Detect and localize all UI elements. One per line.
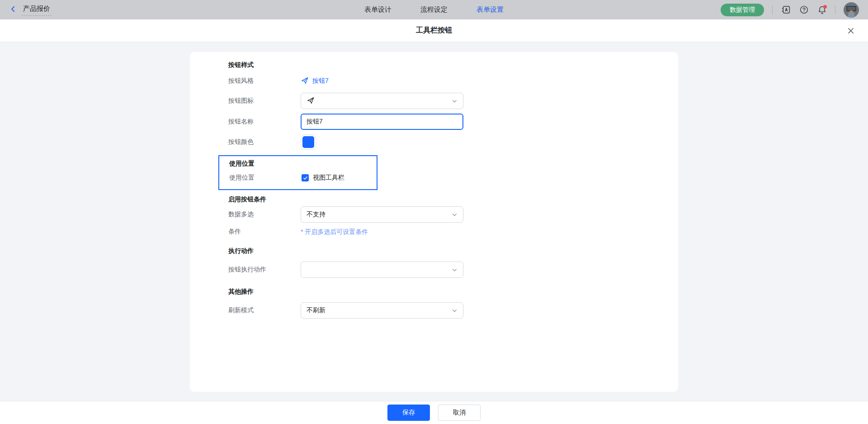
- modal-title: 工具栏按钮: [416, 26, 452, 35]
- row-condition: 条件 * 开启多选后可设置条件: [228, 226, 678, 237]
- tab-form-design[interactable]: 表单设计: [364, 5, 392, 14]
- field-label: 使用位置: [229, 174, 302, 182]
- button-style-link-label: 按钮7: [312, 77, 329, 85]
- section-heading-other: 其他操作: [228, 288, 678, 295]
- back-button[interactable]: [9, 5, 17, 14]
- field-label: 条件: [228, 228, 301, 236]
- chevron-down-icon: [452, 308, 458, 314]
- modal-footer: 保存 取消: [0, 401, 868, 424]
- tab-flow-setting[interactable]: 流程设定: [420, 5, 448, 14]
- cancel-button[interactable]: 取消: [438, 405, 481, 421]
- condition-hint: * 开启多选后可设置条件: [301, 226, 368, 237]
- topbar-tabs: 表单设计 流程设定 表单设置: [364, 0, 504, 19]
- help-icon[interactable]: [799, 5, 809, 15]
- row-button-name: 按钮名称: [228, 114, 678, 130]
- field-label: 按钮颜色: [228, 138, 301, 146]
- field-label: 按钮图标: [228, 97, 301, 105]
- row-button-action: 按钮执行动作: [228, 262, 678, 278]
- contacts-icon[interactable]: [781, 5, 791, 15]
- refresh-mode-dropdown[interactable]: 不刷新: [301, 302, 463, 319]
- divider: [835, 5, 835, 14]
- chevron-down-icon: [452, 267, 458, 273]
- section-heading-button-style: 按钮样式: [228, 61, 678, 68]
- close-icon[interactable]: [845, 25, 856, 36]
- paper-plane-icon: [307, 96, 315, 106]
- checkbox-label: 视图工具栏: [313, 174, 344, 182]
- modal-header: 工具栏按钮: [0, 19, 868, 42]
- button-style-link[interactable]: 按钮7: [301, 76, 329, 86]
- button-action-dropdown[interactable]: [301, 262, 463, 278]
- avatar[interactable]: [844, 2, 859, 18]
- row-button-style: 按钮风格 按钮7: [228, 76, 678, 86]
- field-label: 数据多选: [228, 210, 301, 219]
- color-swatch: [302, 136, 314, 148]
- chevron-left-icon: [9, 5, 17, 14]
- save-button[interactable]: 保存: [387, 405, 430, 421]
- row-button-icon: 按钮图标: [228, 93, 678, 109]
- chevron-down-icon: [452, 98, 458, 104]
- row-usage-position: 使用位置 视图工具栏: [229, 172, 377, 183]
- section-heading-enable-condition: 启用按钮条件: [228, 195, 678, 203]
- data-manage-button[interactable]: 数据管理: [721, 4, 764, 16]
- field-label: 按钮名称: [228, 118, 301, 126]
- settings-card: 按钮样式 按钮风格 按钮7 按钮图标 按钮名称: [190, 52, 678, 392]
- field-label: 刷新模式: [228, 306, 301, 314]
- chevron-down-icon: [452, 212, 458, 218]
- document-title[interactable]: 产品报价: [22, 4, 52, 16]
- row-refresh-mode: 刷新模式 不刷新: [228, 302, 678, 319]
- modal-body: 按钮样式 按钮风格 按钮7 按钮图标 按钮名称: [0, 42, 868, 401]
- selected-value: 不刷新: [307, 306, 326, 314]
- multi-select-dropdown[interactable]: 不支持: [301, 206, 463, 223]
- tab-form-settings[interactable]: 表单设置: [476, 5, 504, 14]
- row-multi-select: 数据多选 不支持: [228, 206, 678, 223]
- row-button-color: 按钮颜色: [228, 134, 678, 150]
- bell-icon[interactable]: [817, 5, 827, 15]
- section-heading-action: 执行动作: [228, 247, 678, 254]
- button-color-picker[interactable]: [301, 134, 316, 150]
- field-label: 按钮风格: [228, 77, 301, 85]
- paper-plane-icon: [301, 76, 309, 86]
- divider: [772, 5, 773, 14]
- usage-position-highlight-box: 使用位置 使用位置 视图工具栏: [218, 155, 377, 190]
- section-heading-usage-position: 使用位置: [229, 160, 377, 167]
- view-toolbar-checkbox[interactable]: [302, 174, 309, 181]
- field-label: 按钮执行动作: [228, 266, 301, 274]
- topbar: 产品报价 表单设计 流程设定 表单设置 数据管理: [0, 0, 868, 19]
- button-icon-select[interactable]: [301, 93, 463, 109]
- notification-dot: [823, 5, 827, 9]
- selected-value: 不支持: [307, 210, 326, 219]
- button-name-input[interactable]: [301, 114, 463, 130]
